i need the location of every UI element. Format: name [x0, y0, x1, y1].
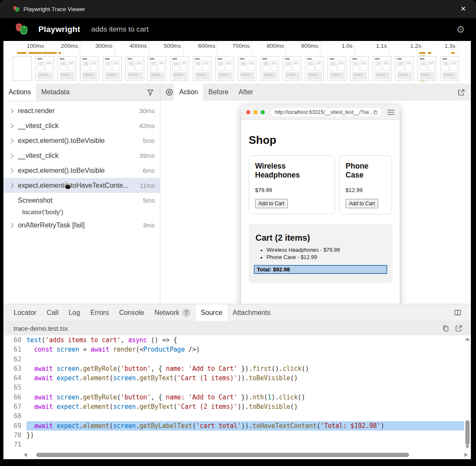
tab-metadata[interactable]: Metadata	[36, 84, 75, 101]
copy-url-icon[interactable]	[373, 110, 378, 115]
split-view-icon[interactable]	[454, 304, 461, 321]
main-split: ActionsMetadata react.render30ms__vitest…	[3, 84, 471, 304]
tab-log[interactable]: Log	[64, 304, 85, 321]
tab-label: Console	[119, 309, 144, 317]
tab-label: Log	[69, 309, 80, 317]
horizontal-scroll-thumb[interactable]	[36, 453, 409, 457]
tab-errors[interactable]: Errors	[85, 304, 114, 321]
timeline-thumbnail[interactable]	[80, 56, 99, 81]
product-cards: Wireless Headphones$79.99Add to CartPhon…	[249, 155, 392, 214]
tab-attachments[interactable]: Attachments	[227, 304, 276, 321]
action-row[interactable]: expect.element().toHaveTextConte...11ms	[3, 178, 160, 193]
timeline-thumbnail[interactable]	[395, 56, 414, 81]
product-card: Phone Case$12.99Add to Cart	[339, 155, 392, 214]
timeline-thumbnail[interactable]	[103, 56, 122, 81]
tab-network[interactable]: Network7	[149, 304, 196, 321]
browser-menu-icon[interactable]	[387, 108, 395, 116]
action-row[interactable]: __vitest_click39ms	[3, 148, 160, 163]
mouse-cursor-hand-icon	[62, 180, 72, 192]
pick-locator-target-icon[interactable]	[165, 84, 173, 101]
url-bar: http://localhost:63315/__vitest_test__/?…	[270, 107, 382, 117]
settings-gear-icon[interactable]: ⚙	[456, 24, 465, 35]
chevron-right-icon	[8, 124, 18, 128]
timeline-thumbnail[interactable]	[58, 56, 76, 81]
code-line: 61 const screen = await render(<ProductP…	[3, 345, 471, 354]
action-locator: locator('body')	[3, 206, 160, 218]
source-filename: trace-demo.test.tsx	[14, 325, 68, 332]
timeline-thumbnail[interactable]	[35, 56, 54, 81]
action-row[interactable]: Screenshot5ms	[3, 193, 160, 208]
action-row[interactable]: onAfterRetryTask [fail]3ms	[3, 218, 160, 233]
timeline-thumbnail[interactable]	[170, 56, 189, 81]
tab-after[interactable]: After	[234, 84, 258, 101]
timeline-thumbnail[interactable]	[238, 56, 256, 81]
tab-call[interactable]: Call	[41, 304, 64, 321]
app-header: Playwright adds items to cart ⚙	[0, 18, 476, 41]
tab-locator[interactable]: Locator	[9, 304, 41, 321]
cart-item-list: Wireless Headphones - $79.99Phone Case -…	[254, 247, 387, 261]
timeline-thumbnail[interactable]	[418, 56, 436, 81]
cart-total-highlighted: Total: $92.98	[254, 265, 387, 274]
tab-source[interactable]: Source	[196, 304, 228, 321]
timeline-tick-label: 1.1s	[354, 43, 387, 49]
open-source-external-icon[interactable]	[455, 325, 462, 332]
timeline-thumbnail[interactable]	[148, 56, 166, 81]
vertical-scrollbar[interactable]	[464, 335, 471, 451]
tab-action[interactable]: Action	[174, 84, 203, 101]
code-line: 71	[3, 440, 471, 449]
code-line: 67 await expect.element(screen.getByText…	[3, 402, 471, 411]
timeline[interactable]: 100ms200ms300ms400ms500ms600ms700ms800ms…	[3, 41, 471, 84]
horizontal-scrollbar[interactable]	[3, 451, 471, 459]
tab-console[interactable]: Console	[114, 304, 149, 321]
timeline-tick-label: 600ms	[182, 43, 215, 49]
timeline-thumbnail[interactable]	[305, 56, 324, 81]
chevron-right-icon	[8, 224, 18, 227]
tab-label: Call	[46, 309, 58, 317]
add-to-cart-button[interactable]: Add to Cart	[255, 199, 288, 208]
action-row[interactable]: react.render30ms	[3, 103, 160, 118]
action-duration: 39ms	[139, 152, 155, 159]
source-code-view[interactable]: 60test('adds items to cart', async () =>…	[3, 335, 471, 451]
timeline-thumbnail[interactable]	[13, 56, 32, 81]
timeline-activity-bar	[451, 52, 455, 54]
playwright-logo-icon	[15, 22, 29, 37]
scroll-right-arrow-icon[interactable]	[464, 453, 467, 457]
tab-actions[interactable]: Actions	[3, 84, 36, 101]
timeline-thumbnail[interactable]	[260, 56, 279, 81]
tab-before[interactable]: Before	[203, 84, 233, 101]
action-row[interactable]: expect.element().toBeVisible6ms	[3, 163, 160, 178]
add-to-cart-button[interactable]: Add to Cart	[345, 199, 378, 208]
timeline-thumbnail[interactable]	[373, 56, 392, 81]
code-line: 60test('adds items to cart', async () =>…	[3, 335, 471, 345]
action-duration: 3ms	[143, 221, 155, 229]
scroll-left-arrow-icon[interactable]	[24, 453, 27, 457]
code-line: 64 await expect.element(screen.getByText…	[3, 373, 471, 383]
close-icon[interactable]: ×	[458, 4, 468, 13]
action-label: __vitest_click	[18, 152, 136, 160]
snapshot-panel: ActionBeforeAfter http://localhost:63315…	[160, 84, 471, 304]
scroll-up-arrow-icon[interactable]	[465, 338, 470, 341]
timeline-thumbnail[interactable]	[440, 56, 459, 81]
filter-icon[interactable]	[147, 84, 154, 101]
timeline-thumbnail[interactable]	[193, 56, 212, 81]
tab-label: Attachments	[232, 309, 270, 317]
timeline-thumbnail[interactable]	[125, 56, 144, 81]
action-row[interactable]: expect.element().toBeVisible5ms	[3, 133, 160, 148]
timeline-thumbnail[interactable]	[283, 56, 302, 81]
vertical-scroll-thumb[interactable]	[465, 420, 470, 445]
line-number: 71	[3, 440, 26, 449]
scroll-down-arrow-icon[interactable]	[465, 446, 470, 449]
open-snapshot-external-icon[interactable]	[458, 84, 465, 101]
timeline-tick-label: 200ms	[45, 43, 78, 49]
cart-title: Cart (2 items)	[255, 233, 387, 243]
code-line: 68	[3, 411, 471, 421]
action-row[interactable]: __vitest_click42ms	[3, 118, 160, 133]
timeline-thumbnail[interactable]	[350, 56, 369, 81]
code-line: 65	[3, 383, 471, 392]
line-number: 66	[3, 393, 26, 402]
timeline-thumbnail[interactable]	[215, 56, 234, 81]
cart-item: Wireless Headphones - $79.99	[267, 247, 387, 253]
timeline-activity-bar	[428, 52, 431, 54]
copy-source-icon[interactable]	[442, 325, 449, 332]
timeline-thumbnail[interactable]	[328, 56, 346, 81]
